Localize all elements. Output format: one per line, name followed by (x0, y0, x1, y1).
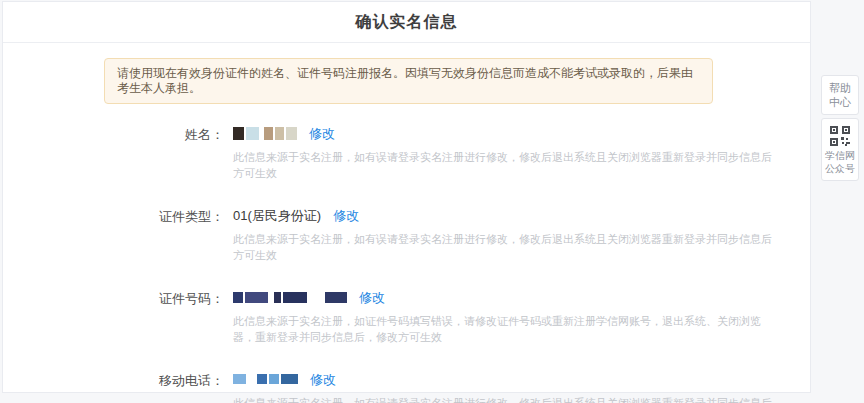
name-redacted-value (233, 127, 297, 140)
id-type-help-text: 此信息来源于实名注册，如有误请登录实名注册进行修改，修改后退出系统且关闭浏览器重… (233, 232, 781, 264)
confirm-realname-panel: 确认实名信息 请使用现在有效身份证件的姓名、证件号码注册报名。因填写无效身份信息… (2, 1, 811, 393)
modify-id-number-link[interactable]: 修改 (359, 290, 385, 305)
notice-text: 请使用现在有效身份证件的姓名、证件号码注册报名。因填写无效身份信息而造成不能考试… (117, 66, 693, 95)
field-row-name: 姓名： 修改 此信息来源于实名注册，如有误请登录实名注册进行修改，修改后退出系统… (3, 126, 810, 182)
name-help-text: 此信息来源于实名注册，如有误请登录实名注册进行修改，修改后退出系统且关闭浏览器重… (233, 150, 781, 182)
mobile-help-text: 此信息来源于实名注册，如有误请登录实名注册进行修改，修改后退出系统且关闭浏览器重… (233, 396, 781, 403)
wechat-qr-label: 学信网公众号 (824, 149, 856, 175)
wechat-qr-button[interactable]: 学信网公众号 (821, 118, 859, 181)
qr-code-icon (830, 126, 850, 146)
name-label: 姓名： (3, 126, 224, 182)
mobile-redacted-value (233, 374, 298, 384)
help-center-label: 帮助中心 (829, 82, 851, 108)
panel-header: 确认实名信息 (3, 2, 810, 43)
id-type-label: 证件类型： (3, 208, 224, 264)
id-number-label: 证件号码： (3, 290, 224, 346)
id-type-value: 01(居民身份证) (233, 208, 321, 223)
id-number-help-text: 此信息来源于实名注册，如证件号码填写错误，请修改证件号码或重新注册学信网账号，退… (233, 314, 781, 346)
help-center-button[interactable]: 帮助中心 (821, 75, 859, 115)
modify-mobile-link[interactable]: 修改 (310, 372, 336, 387)
field-row-id-number: 证件号码： 修改 此信息来源于实名注册，如证件号码填写错误，请修改证件号码或重新… (3, 290, 810, 346)
page-title: 确认实名信息 (356, 12, 458, 33)
modify-id-type-link[interactable]: 修改 (333, 208, 359, 223)
notice-banner: 请使用现在有效身份证件的姓名、证件号码注册报名。因填写无效身份信息而造成不能考试… (104, 58, 713, 104)
modify-name-link[interactable]: 修改 (309, 126, 335, 141)
field-row-mobile: 移动电话： 修改 此信息来源于实名注册，如有误请登录实名注册进行修改，修改后退出… (3, 372, 810, 403)
mobile-label: 移动电话： (3, 372, 224, 403)
realname-form: 姓名： 修改 此信息来源于实名注册，如有误请登录实名注册进行修改，修改后退出系统… (3, 126, 810, 403)
id-number-redacted-value (233, 292, 347, 303)
field-row-id-type: 证件类型： 01(居民身份证) 修改 此信息来源于实名注册，如有误请登录实名注册… (3, 208, 810, 264)
